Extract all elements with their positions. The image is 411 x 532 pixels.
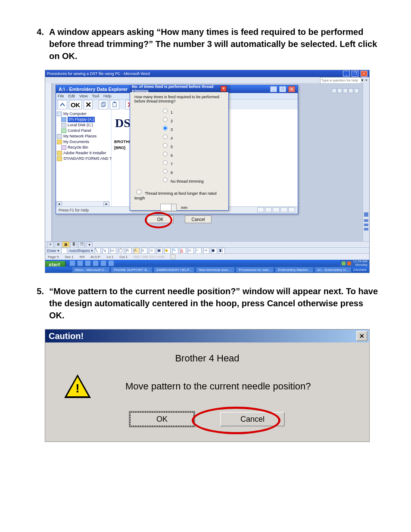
preview-label-2: [BRO] (114, 146, 125, 150)
dash-style-icon[interactable]: ┄ (196, 248, 202, 254)
autoshapes-menu[interactable]: AutoShapes ▾ (69, 249, 93, 253)
toolbar-up-icon[interactable] (58, 100, 67, 109)
caution-ok-button[interactable]: OK (130, 412, 194, 426)
word-drawing-toolbar[interactable]: Draw ▾ AutoShapes ▾ ╲ ↘ ▭ ◯ A A ⌾ ☺ ▣ ◆ … (45, 247, 369, 254)
view-print-icon[interactable]: ▦ (62, 242, 69, 248)
toolbar-cancel-button[interactable]: ✕ (84, 100, 93, 109)
close-icon[interactable]: × (288, 86, 295, 92)
fill-color-icon[interactable]: ◆ (165, 248, 171, 254)
minimize-icon[interactable]: _ (343, 71, 350, 77)
taskbar-item[interactable]: Embroidery Machin... (275, 267, 313, 273)
radio-4[interactable] (163, 134, 167, 139)
taskbar-item[interactable]: Inbox - Microsoft O... (72, 267, 110, 273)
menu-help[interactable]: Help (103, 94, 112, 98)
select-icon[interactable] (61, 248, 67, 254)
taskbar-item[interactable]: New technical docs ... (196, 267, 235, 273)
caution-title-text: Caution! (49, 331, 84, 341)
paste-icon[interactable] (110, 100, 119, 109)
rect-icon[interactable]: ▭ (110, 248, 116, 254)
taskbar-item[interactable]: PHONE SUPPORT B... (111, 267, 153, 273)
explorer-window-controls[interactable]: _ □ × (269, 86, 295, 92)
word-window-controls[interactable]: _ ❐ × (342, 71, 367, 77)
tree-network-places[interactable]: My Network Places (63, 134, 97, 138)
toolbar-pin[interactable] (332, 88, 359, 93)
radio-6[interactable] (163, 152, 167, 156)
quick-launch[interactable] (67, 260, 117, 267)
arrow-icon[interactable]: ↘ (103, 248, 109, 254)
line-style-icon[interactable]: ═ (188, 248, 194, 254)
line-color-icon[interactable]: ✎ (172, 248, 178, 254)
3d-icon[interactable]: ◧ (219, 248, 225, 254)
radio-no-trim[interactable] (163, 177, 167, 182)
picture-icon[interactable]: ▣ (157, 248, 163, 254)
word-scrollbar[interactable] (363, 83, 369, 242)
oval-icon[interactable]: ◯ (118, 248, 124, 254)
tray-icon[interactable] (347, 261, 351, 265)
radio-8[interactable] (163, 169, 167, 173)
diagram-icon[interactable]: ⌾ (141, 248, 147, 254)
view-outline-icon[interactable]: ≣ (70, 242, 77, 248)
close-icon[interactable]: × (361, 71, 367, 77)
svg-rect-2 (113, 103, 116, 107)
mm-unit-label: mm (181, 205, 187, 210)
radio-7[interactable] (163, 160, 167, 165)
help-search-input[interactable] (320, 77, 361, 84)
dialog-cancel-button[interactable]: Cancel (185, 215, 212, 223)
caution-close-icon[interactable]: ✕ (356, 331, 367, 341)
view-left-icon[interactable]: ◂ (86, 242, 93, 248)
tree-control-panel[interactable]: Control Panel (68, 128, 91, 133)
restore-icon[interactable]: ❐ (352, 71, 358, 77)
taskbar-item[interactable]: EMBROIDERY HELP... (153, 267, 195, 273)
menu-edit[interactable]: Edit (68, 94, 75, 98)
mm-input[interactable] (160, 204, 177, 211)
system-tray[interactable]: 11:34 AM Monday (340, 260, 369, 267)
taskbar-item[interactable]: Procedures for sew... (236, 267, 274, 273)
taskbar-item[interactable]: A:\ - Embroidery D... (314, 267, 352, 273)
tree-adobe-reader[interactable]: Adobe Reader 9 Installer (63, 151, 106, 155)
tree-recycle-bin[interactable]: Recycle Bin (68, 145, 88, 149)
line-icon[interactable]: ╲ (95, 248, 101, 254)
tree-local-c[interactable]: Local Disk (C:) (68, 123, 93, 127)
copy-icon[interactable] (99, 100, 108, 109)
view-web-icon[interactable]: ⊞ (55, 242, 62, 248)
status-col: Col 1 (119, 255, 128, 259)
windows-taskbar-items[interactable]: Inbox - Microsoft O... PHONE SUPPORT B..… (45, 267, 369, 273)
tree-standard-forms[interactable]: STANDARD FORMS AND TEMPLAT (63, 156, 112, 161)
tree-my-documents[interactable]: My Documents (63, 140, 89, 144)
toolbar-ok-button[interactable]: OK (69, 100, 82, 109)
minimize-icon[interactable]: _ (270, 86, 277, 92)
menu-tool[interactable]: Tool (92, 94, 99, 98)
wordart-icon[interactable]: A (134, 248, 140, 254)
draw-menu[interactable]: Draw ▾ (47, 249, 59, 253)
maximize-icon[interactable]: □ (279, 86, 286, 92)
radio-2[interactable] (163, 117, 167, 121)
explorer-tree[interactable]: My Computer 3½ Floppy (A:) Local Disk (C… (56, 109, 112, 207)
tree-floppy-a[interactable]: 3½ Floppy (A:) (68, 117, 95, 122)
dialog-close-icon[interactable]: × (221, 86, 227, 92)
windows-taskbar-top[interactable]: start 11:34 AM Monday (45, 260, 369, 267)
word-view-mode-bar[interactable]: ≡ ⊞ ▦ ≣ ❐ ◂ (45, 241, 369, 248)
shadow-icon[interactable]: ◼ (211, 248, 217, 254)
radio-5[interactable] (163, 143, 167, 147)
dialog-title-bar: No. of times feed is performed before th… (130, 85, 228, 92)
menu-file[interactable]: File (58, 94, 64, 98)
textbox-icon[interactable]: A (126, 248, 132, 254)
tray-icon[interactable] (342, 261, 346, 265)
status-modes: REC TRK EXT OVR (134, 255, 165, 259)
tree-my-computer[interactable]: My Computer (63, 112, 87, 116)
clipart-icon[interactable]: ☺ (149, 248, 155, 254)
radio-3[interactable] (163, 126, 167, 130)
radio-1[interactable] (163, 109, 167, 113)
dialog-radio-group[interactable]: 1 2 3 4 5 6 7 8 No thread trimming (160, 107, 224, 184)
doc-close-icon[interactable]: × (365, 78, 367, 82)
feed-length-checkbox[interactable] (137, 190, 141, 194)
view-reading-icon[interactable]: ❐ (78, 242, 85, 248)
view-normal-icon[interactable]: ≡ (47, 242, 54, 248)
help-dropdown-icon[interactable]: ▾ (361, 78, 364, 82)
arrow-style-icon[interactable]: ⇢ (203, 248, 209, 254)
font-color-icon[interactable]: A (180, 248, 186, 254)
screenshot-word-window: Procedures for sewing a DST file using P… (45, 70, 370, 273)
preview-large-text: DS (115, 116, 131, 130)
dialog-title-text: No. of times feed is performed before th… (132, 84, 221, 93)
menu-view[interactable]: View (79, 94, 87, 98)
